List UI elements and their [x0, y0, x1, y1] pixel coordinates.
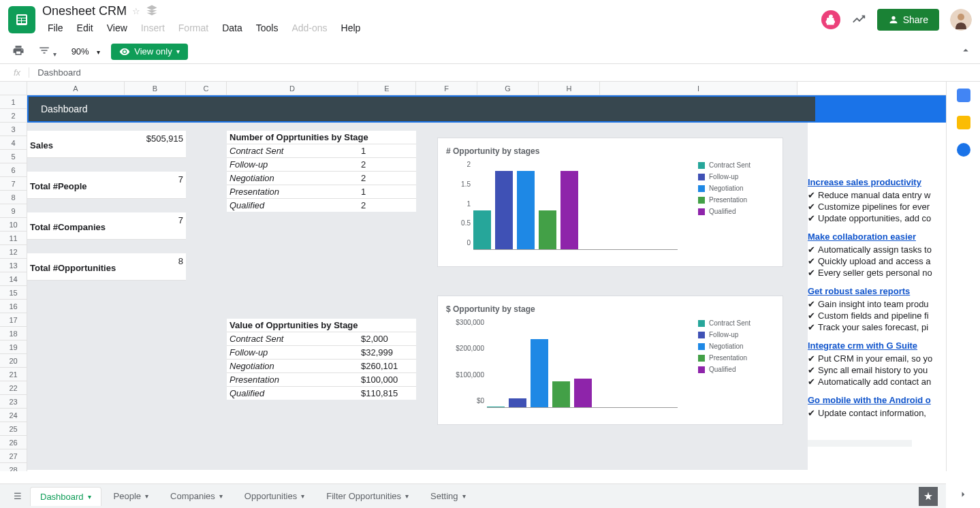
row-header[interactable]: 5 — [0, 150, 27, 163]
info-panel: Increase sales productivity✔Reduce manua… — [808, 169, 937, 419]
col-header[interactable]: H — [539, 82, 600, 95]
row-header[interactable]: 24 — [0, 409, 27, 422]
tab-dropdown-icon[interactable]: ▾ — [301, 492, 304, 500]
col-header[interactable]: A — [27, 82, 125, 95]
row-header[interactable]: 16 — [0, 300, 27, 313]
col-header[interactable]: D — [227, 82, 358, 95]
check-icon: ✔ — [808, 213, 815, 223]
opps-value: 8 — [125, 253, 186, 280]
sheets-icon[interactable] — [8, 6, 35, 33]
col-header[interactable]: F — [416, 82, 477, 95]
sheet-tab[interactable]: People ▾ — [104, 487, 158, 506]
row-header[interactable]: 9 — [0, 204, 27, 218]
row-header[interactable]: 10 — [0, 218, 27, 232]
menu-insert[interactable]: Insert — [136, 20, 170, 36]
activity-icon[interactable] — [851, 12, 866, 29]
row-header[interactable]: 22 — [0, 381, 27, 395]
row-header[interactable]: 12 — [0, 245, 27, 259]
menu-addons[interactable]: Add-ons — [286, 20, 332, 36]
col-header[interactable]: B — [125, 82, 186, 95]
row-header[interactable]: 13 — [0, 259, 27, 272]
row-header[interactable]: 3 — [0, 123, 27, 136]
col-header[interactable]: I — [600, 82, 797, 95]
info-item: ✔Every seller gets personal no — [808, 268, 937, 278]
sheet-tab[interactable]: Dashboard ▾ — [30, 487, 101, 506]
stage-count-box: Number of Opprtunities by Stage Contract… — [227, 131, 416, 212]
row-header[interactable]: 14 — [0, 272, 27, 286]
view-only-button[interactable]: View only ▾ — [111, 44, 187, 60]
check-icon: ✔ — [808, 365, 815, 375]
row-header[interactable]: 25 — [0, 422, 27, 436]
tab-dropdown-icon[interactable]: ▾ — [145, 492, 148, 500]
row-header[interactable]: 17 — [0, 313, 27, 327]
sheet-tab[interactable]: Opportunities ▾ — [235, 487, 314, 506]
check-icon: ✔ — [808, 311, 815, 321]
menu-tools[interactable]: Tools — [251, 20, 284, 36]
row-header[interactable]: 20 — [0, 354, 27, 368]
collapse-toolbar-icon[interactable] — [960, 44, 972, 59]
row-header[interactable]: 8 — [0, 191, 27, 204]
sheet-tab[interactable]: Companies ▾ — [161, 487, 232, 506]
row-header[interactable]: 2 — [0, 109, 27, 123]
row-header[interactable]: 6 — [0, 163, 27, 177]
star-icon[interactable]: ☆ — [132, 6, 140, 16]
info-link[interactable]: Go mobile with the Android o — [808, 395, 937, 405]
menu-edit[interactable]: Edit — [72, 20, 99, 36]
check-icon: ✔ — [808, 268, 815, 278]
info-item: ✔Put CRM in your email, so yo — [808, 353, 937, 364]
menu-view[interactable]: View — [101, 20, 133, 36]
header-right: Share — [821, 9, 972, 31]
tab-dropdown-icon[interactable]: ▾ — [462, 492, 466, 500]
formula-input[interactable]: Dashboard — [29, 67, 975, 78]
extension-icon[interactable] — [821, 10, 840, 29]
row-header[interactable]: 27 — [0, 449, 27, 463]
info-link[interactable]: Get robust sales reports — [808, 286, 937, 296]
select-all-corner[interactable] — [0, 82, 27, 95]
chart-opportunity-count[interactable]: # Opportunity by stages 00.511.52 Contra… — [437, 138, 783, 267]
row-header[interactable]: 11 — [0, 232, 27, 245]
side-panel-toggle-icon[interactable] — [957, 488, 969, 503]
tab-label: Companies — [170, 491, 215, 501]
zoom-select[interactable]: 90% ▾ — [66, 44, 106, 59]
all-sheets-icon[interactable]: ☰ — [8, 488, 27, 504]
row-header[interactable]: 15 — [0, 286, 27, 300]
row-header[interactable]: 28 — [0, 463, 27, 471]
filter-icon[interactable]: ▾ — [34, 42, 61, 61]
tab-dropdown-icon[interactable]: ▾ — [219, 492, 223, 500]
user-avatar[interactable] — [950, 9, 972, 31]
row-header[interactable]: 23 — [0, 395, 27, 409]
row-header[interactable]: 4 — [0, 136, 27, 150]
chart-opportunity-value[interactable]: $ Opportunity by stage $0$100,000$200,00… — [437, 296, 783, 425]
info-link[interactable]: Integrate crm with G Suite — [808, 340, 937, 351]
menu-help[interactable]: Help — [336, 20, 366, 36]
menu-data[interactable]: Data — [217, 20, 248, 36]
row-header[interactable]: 21 — [0, 368, 27, 381]
opps-label: Total #Opportunities — [27, 253, 125, 280]
row-header[interactable]: 18 — [0, 327, 27, 340]
col-header[interactable]: E — [358, 82, 416, 95]
sheet-tab[interactable]: Setting ▾ — [421, 487, 475, 506]
move-to-drive-icon[interactable] — [146, 4, 158, 18]
tab-dropdown-icon[interactable]: ▾ — [405, 492, 409, 500]
menu-format[interactable]: Format — [173, 20, 214, 36]
sheet-tab[interactable]: Filter Opportunities ▾ — [317, 487, 418, 506]
tasks-icon[interactable] — [957, 143, 970, 157]
menu-file[interactable]: File — [42, 20, 69, 36]
row-header[interactable]: 19 — [0, 340, 27, 354]
row-header[interactable]: 7 — [0, 177, 27, 191]
explore-button[interactable] — [919, 487, 938, 506]
tab-dropdown-icon[interactable]: ▾ — [88, 493, 91, 501]
col-header[interactable]: G — [477, 82, 539, 95]
share-button[interactable]: Share — [877, 9, 939, 31]
print-icon[interactable] — [8, 42, 29, 61]
spreadsheet-grid[interactable]: A B C D E F G H I 1234567891011121314151… — [0, 82, 946, 471]
row-header[interactable]: 1 — [0, 95, 27, 109]
keep-icon[interactable] — [957, 116, 970, 129]
row-header[interactable]: 26 — [0, 436, 27, 449]
info-link[interactable]: Make collaboration easier — [808, 232, 937, 242]
info-link[interactable]: Increase sales productivity — [808, 177, 937, 187]
doc-title[interactable]: Onesheet CRM — [42, 4, 127, 18]
legend-item: Presentation — [698, 354, 750, 362]
calendar-icon[interactable] — [957, 89, 970, 102]
col-header[interactable]: C — [186, 82, 227, 95]
